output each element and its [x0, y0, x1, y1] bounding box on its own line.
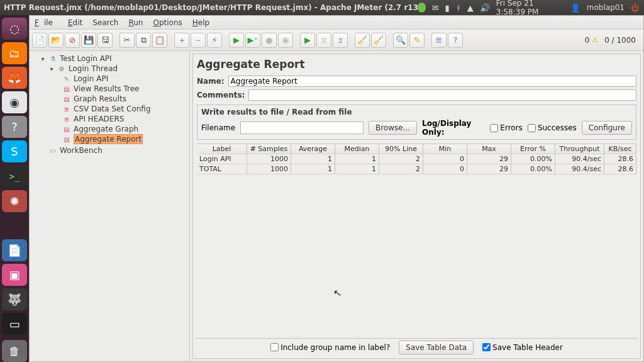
- menu-help[interactable]: Help: [187, 18, 214, 27]
- bluetooth-icon[interactable]: ᚼ: [456, 3, 461, 13]
- tree-graph-results[interactable]: ▤Graph Results: [31, 94, 188, 104]
- table-empty-area: [193, 174, 640, 338]
- write-results-group: Write results to file / Read from file F…: [197, 105, 636, 140]
- menu-search[interactable]: Search: [87, 18, 123, 27]
- log-display-label: Log/Display Only:: [422, 119, 485, 137]
- mail-icon[interactable]: ✉: [432, 3, 439, 13]
- power-icon[interactable]: ⏻: [631, 3, 639, 13]
- table-row[interactable]: Login API 1000 1 1 2 0 29 0.00% 90.4/sec…: [197, 154, 636, 164]
- col-average[interactable]: Average: [291, 144, 335, 154]
- col-error[interactable]: Error %: [511, 144, 555, 154]
- tool-start-notimer[interactable]: ▶⁺: [245, 33, 260, 48]
- launcher-screenshot[interactable]: ▭: [2, 313, 27, 335]
- tool-close[interactable]: ⊘: [65, 33, 80, 48]
- errors-checkbox[interactable]: Errors: [490, 123, 523, 132]
- tool-clear1[interactable]: 🧹: [355, 33, 370, 48]
- clock[interactable]: Fri Sep 21 3:58:39 PM: [496, 0, 564, 16]
- include-group-checkbox[interactable]: Include group name in label?: [270, 343, 390, 352]
- tool-stop[interactable]: ●: [262, 33, 277, 48]
- launcher-media[interactable]: ▣: [2, 264, 27, 286]
- toolbar-warn-count: 0⚠: [585, 36, 599, 45]
- launcher-firefox[interactable]: 🦊: [2, 67, 27, 89]
- menu-edit[interactable]: Edit: [63, 18, 87, 27]
- col-max[interactable]: Max: [467, 144, 511, 154]
- name-input[interactable]: [228, 76, 636, 87]
- wifi-icon[interactable]: ▲: [467, 3, 474, 13]
- tool-reset-search[interactable]: ✎: [409, 33, 425, 48]
- username[interactable]: moblap01: [587, 3, 625, 12]
- launcher-chrome[interactable]: ◉: [2, 91, 27, 113]
- testplan-icon: ⚗: [48, 54, 57, 63]
- launcher-trash[interactable]: 🗑: [2, 340, 27, 362]
- tool-help[interactable]: ?: [448, 33, 463, 48]
- tree-agg-graph[interactable]: ▤Aggregate Graph: [31, 124, 188, 134]
- launcher-dash[interactable]: ◌: [2, 18, 27, 40]
- tool-saveas[interactable]: 🖫: [97, 33, 113, 48]
- tree-workbench[interactable]: ▾ ▭ WorkBench: [31, 145, 188, 156]
- volume-icon[interactable]: 🔊: [480, 3, 490, 13]
- listener-icon: ▤: [62, 84, 71, 93]
- save-table-header-checkbox[interactable]: Save Table Header: [482, 343, 563, 352]
- tree-api-headers[interactable]: ≣API HEADERS: [31, 114, 188, 124]
- save-table-data-button[interactable]: Save Table Data: [399, 341, 474, 354]
- tool-open[interactable]: 📂: [48, 33, 64, 48]
- launcher-gimp[interactable]: 🐺: [2, 288, 27, 310]
- tool-new[interactable]: 📄: [32, 33, 47, 48]
- tool-paste[interactable]: 📋: [152, 33, 167, 48]
- battery-icon[interactable]: ▮: [445, 3, 450, 13]
- collapse-icon[interactable]: ▾: [40, 55, 46, 62]
- window-title: HTTP Request.jmx (/home/moblap01/Desktop…: [0, 3, 418, 12]
- tree-agg-report[interactable]: ▤Aggregate Report: [31, 134, 188, 144]
- tool-shutdown[interactable]: ◉: [278, 33, 293, 48]
- user-icon[interactable]: 👤: [570, 3, 580, 13]
- launcher-terminal[interactable]: >_: [2, 165, 27, 187]
- config-icon: ≣: [62, 105, 71, 113]
- browse-button[interactable]: Browse...: [369, 121, 417, 135]
- workbench-icon: ▭: [48, 146, 57, 155]
- launcher-files[interactable]: 🗂: [2, 42, 27, 64]
- test-plan-tree[interactable]: ▾ ⚗ Test Login API ▾ ⚙ Login Thread ✎Log…: [30, 51, 190, 361]
- tool-cut[interactable]: ✂: [119, 33, 135, 48]
- status-ok-icon[interactable]: [418, 3, 426, 13]
- comments-input[interactable]: [248, 89, 636, 101]
- col-throughput[interactable]: Throughput: [555, 144, 604, 154]
- col-min[interactable]: Min: [423, 144, 467, 154]
- tool-search[interactable]: 🔍: [393, 33, 408, 48]
- tree-view-results[interactable]: ▤View Results Tree: [31, 84, 188, 94]
- col-samples[interactable]: # Samples: [247, 144, 291, 154]
- tool-save[interactable]: 💾: [81, 33, 96, 48]
- launcher-help[interactable]: ?: [2, 116, 27, 138]
- tool-func[interactable]: ≣: [431, 33, 447, 48]
- tool-collapse[interactable]: －: [191, 33, 206, 48]
- launcher-writer[interactable]: 📄: [2, 239, 27, 261]
- tree-sampler[interactable]: ✎Login API: [31, 74, 188, 84]
- collapse-icon[interactable]: ▾: [48, 65, 55, 72]
- col-median[interactable]: Median: [335, 144, 379, 154]
- tree-csv-config[interactable]: ≣CSV Data Set Config: [31, 104, 188, 114]
- menu-options[interactable]: Options: [148, 18, 187, 27]
- tool-copy[interactable]: ⧉: [136, 33, 151, 48]
- table-row[interactable]: TOTAL 1000 1 1 2 0 29 0.00% 90.4/sec 28.…: [197, 164, 636, 174]
- comments-label: Comments:: [197, 91, 245, 99]
- filename-input[interactable]: [240, 122, 364, 134]
- tool-remote-start[interactable]: ▶: [300, 33, 315, 48]
- configure-button[interactable]: Configure: [582, 121, 632, 135]
- col-kbsec[interactable]: KB/sec: [604, 144, 636, 154]
- col-90line[interactable]: 90% Line: [379, 144, 423, 154]
- tool-expand[interactable]: ＋: [174, 33, 189, 48]
- tool-clear-all[interactable]: 🧹: [371, 33, 386, 48]
- aggregate-table[interactable]: Label # Samples Average Median 90% Line …: [197, 144, 636, 174]
- menu-run[interactable]: Run: [123, 18, 148, 27]
- tool-remote-shut[interactable]: ⧗: [333, 33, 348, 48]
- successes-checkbox[interactable]: Successes: [528, 123, 577, 132]
- tool-remote-stop[interactable]: ⧖: [316, 33, 331, 48]
- menu-file[interactable]: File: [30, 18, 63, 27]
- launcher-skype[interactable]: S: [2, 140, 27, 162]
- tool-start[interactable]: ▶: [229, 33, 244, 48]
- col-label[interactable]: Label: [197, 144, 247, 154]
- launcher-settings[interactable]: ✺: [2, 190, 27, 212]
- tree-thread-group[interactable]: ▾ ⚙ Login Thread: [31, 64, 188, 74]
- tool-toggle[interactable]: ⚡: [207, 33, 222, 48]
- listener-icon: ▤: [62, 94, 71, 103]
- tree-root[interactable]: ▾ ⚗ Test Login API: [31, 54, 188, 64]
